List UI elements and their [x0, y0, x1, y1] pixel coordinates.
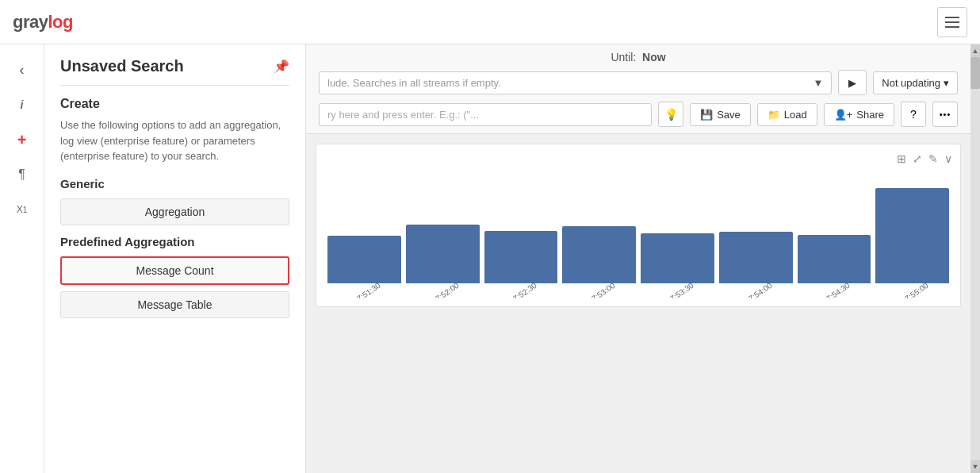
load-button[interactable]: 📁 Load: [757, 103, 817, 126]
search-row-query: ry here and press enter. E.g.: ("... 💡 💾…: [319, 102, 958, 127]
panel-header: Unsaved Search 📌: [60, 57, 289, 75]
streams-placeholder: lude. Searches in all streams if empty.: [327, 77, 501, 89]
bar-label: 17:54:00: [743, 281, 773, 298]
chart-bar: [875, 188, 949, 283]
message-table-button[interactable]: Message Table: [60, 291, 289, 318]
bar-label: 17:55:00: [900, 281, 930, 298]
search-header: Until: Now lude. Searches in all streams…: [306, 44, 970, 134]
bulb-button[interactable]: 💡: [658, 102, 683, 127]
until-label: Until: Now: [611, 51, 665, 63]
chart-bar: [562, 226, 636, 283]
info-button[interactable]: i: [6, 89, 38, 121]
paragraph-button[interactable]: ¶: [6, 159, 38, 190]
hamburger-line: [945, 26, 959, 28]
chart-container: 17:51:3017:52:0017:52:3017:53:0017:53:30…: [324, 171, 952, 298]
create-section-title: Create: [60, 97, 289, 111]
more-button[interactable]: •••: [932, 102, 958, 127]
bar-wrapper: 17:51:30: [327, 236, 401, 298]
chart-bar: [641, 233, 714, 283]
more-icon: •••: [940, 110, 951, 119]
pin-icon[interactable]: 📌: [274, 59, 289, 74]
bar-wrapper: 17:55:00: [875, 188, 949, 298]
not-updating-label: Not updating: [882, 77, 940, 89]
bar-label: 17:52:00: [430, 281, 460, 298]
scrollbar-down[interactable]: ▼: [970, 460, 980, 473]
streams-select[interactable]: lude. Searches in all streams if empty. …: [319, 71, 832, 94]
query-placeholder: ry here and press enter. E.g.: ("...: [327, 109, 479, 121]
collapse-sidebar-button[interactable]: ‹: [6, 54, 38, 86]
bar-wrapper: 17:52:30: [484, 231, 558, 298]
edit-icon[interactable]: ✎: [928, 152, 938, 165]
help-icon: ?: [910, 108, 917, 121]
aggregation-button[interactable]: Aggregation: [60, 198, 289, 225]
main-layout: ‹ i + ¶ X1 Unsaved Search 📌 Create Use t…: [0, 44, 980, 473]
bar-wrapper: 17:54:00: [719, 232, 793, 298]
search-row-until: Until: Now: [319, 51, 958, 63]
generic-subtitle: Generic: [60, 177, 289, 190]
chart-toolbar: ⊞ ⤢ ✎ ∨: [324, 152, 952, 165]
share-label: Share: [856, 109, 884, 121]
bar-wrapper: 17:53:30: [641, 233, 714, 298]
bar-label: 17:53:00: [587, 281, 617, 298]
content-area: Until: Now lude. Searches in all streams…: [306, 44, 970, 473]
save-disk-icon: 💾: [700, 109, 713, 121]
not-updating-button[interactable]: Not updating ▾: [873, 71, 958, 94]
hamburger-line: [945, 21, 959, 23]
chart-bar: [327, 236, 401, 283]
right-scrollbar: ▲ ▼: [970, 44, 980, 473]
search-row-streams: lude. Searches in all streams if empty. …: [319, 70, 958, 95]
logo: graylog: [13, 12, 73, 33]
fullscreen-icon[interactable]: ⤢: [913, 152, 922, 165]
save-label: Save: [717, 109, 741, 121]
bar-wrapper: 17:53:00: [562, 226, 636, 298]
play-icon: ▶: [848, 77, 856, 89]
message-count-button[interactable]: Message Count: [60, 256, 289, 285]
load-folder-icon: 📁: [768, 109, 780, 121]
chart-bar: [484, 231, 558, 283]
logo-gray: gray: [13, 12, 48, 33]
share-icon: 👤+: [834, 109, 853, 121]
subscript-button[interactable]: X1: [6, 194, 38, 225]
hamburger-button[interactable]: [937, 7, 967, 37]
share-button[interactable]: 👤+ Share: [824, 103, 894, 126]
load-label: Load: [784, 109, 807, 121]
chart-area: ⊞ ⤢ ✎ ∨ 17:51:3017:52:0017:52:3017:53:00…: [316, 144, 961, 307]
scrollbar-thumb[interactable]: [970, 57, 980, 89]
top-nav: graylog: [0, 0, 980, 44]
query-input-display[interactable]: ry here and press enter. E.g.: ("...: [319, 103, 652, 126]
streams-chevron: ▼: [813, 77, 823, 89]
panel: Unsaved Search 📌 Create Use the followin…: [44, 44, 306, 473]
help-button[interactable]: ?: [901, 102, 926, 127]
bar-label: 17:52:30: [508, 281, 538, 298]
hamburger-line: [945, 17, 959, 18]
bulb-icon: 💡: [664, 108, 678, 121]
not-updating-chevron: ▾: [944, 77, 949, 89]
save-button[interactable]: 💾 Save: [690, 103, 751, 126]
icon-sidebar: ‹ i + ¶ X1: [0, 44, 44, 473]
create-description: Use the following options to add an aggr…: [60, 117, 289, 164]
scrollbar-up[interactable]: ▲: [970, 44, 980, 57]
panel-title: Unsaved Search: [60, 57, 184, 75]
logo-log: log: [48, 12, 73, 33]
bar-label: 17:54:30: [821, 281, 852, 298]
add-button[interactable]: +: [6, 124, 38, 156]
play-button[interactable]: ▶: [838, 70, 867, 95]
bar-label: 17:51:30: [351, 281, 381, 298]
predefined-subtitle: Predefined Aggregation: [60, 235, 289, 248]
chart-bar: [406, 225, 480, 283]
expand-icon[interactable]: ⊞: [897, 152, 906, 165]
bar-wrapper: 17:52:00: [406, 225, 480, 298]
collapse-icon[interactable]: ∨: [944, 152, 952, 165]
bar-wrapper: 17:54:30: [798, 235, 871, 298]
bar-label: 17:53:30: [664, 281, 695, 298]
chart-bar: [719, 232, 793, 283]
chart-bar: [798, 235, 871, 283]
